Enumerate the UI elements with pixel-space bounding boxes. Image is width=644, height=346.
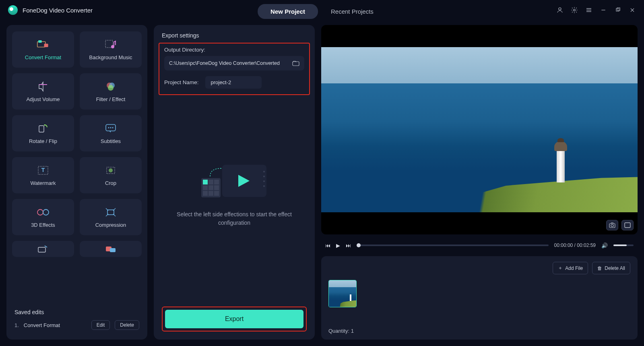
svg-point-53	[611, 224, 613, 227]
snapshot-icon[interactable]	[606, 220, 618, 230]
menu-icon[interactable]	[585, 6, 592, 14]
svg-rect-12	[38, 40, 41, 43]
svg-point-41	[263, 185, 265, 187]
tool-background-music[interactable]: Background Music	[80, 31, 142, 68]
playback-bar: ⏮ ▶ ⏭ 00:00:00 / 00:02:59 🔊	[321, 240, 638, 251]
close-icon[interactable]	[629, 6, 636, 14]
tool-crop[interactable]: Crop	[80, 157, 142, 193]
maximize-icon[interactable]	[614, 6, 621, 14]
svg-text:T: T	[41, 167, 45, 173]
svg-rect-35	[110, 248, 116, 252]
svg-point-0	[559, 8, 561, 10]
add-file-button[interactable]: ＋Add File	[553, 262, 588, 274]
tool-filter-effect[interactable]: Filter / Effect	[80, 73, 142, 110]
prev-icon[interactable]: ⏮	[325, 242, 330, 249]
svg-point-28	[109, 168, 113, 172]
project-name-label: Project Name:	[164, 79, 199, 85]
svg-rect-6	[616, 8, 619, 11]
placeholder-graphic-icon	[198, 159, 270, 203]
account-icon[interactable]	[556, 6, 564, 14]
svg-rect-51	[214, 191, 219, 196]
saved-edit-row: 1. Convert Format Edit Delete	[14, 320, 139, 330]
svg-rect-11	[44, 44, 48, 47]
tab-recent-projects[interactable]: Recent Projects	[318, 4, 386, 19]
svg-rect-50	[208, 191, 213, 196]
output-directory-value: C:\Users\pc\FoneDog Video Converter\Conv…	[169, 60, 280, 66]
tab-new-project[interactable]: New Project	[258, 4, 318, 19]
settings-icon[interactable]	[571, 6, 578, 14]
project-name-input[interactable]	[205, 76, 262, 89]
filter-effect-icon	[104, 81, 117, 92]
minimize-icon[interactable]	[600, 6, 607, 14]
saved-edits-title: Saved edits	[14, 309, 139, 315]
tool-adjust-volume[interactable]: Adjust Volume	[12, 73, 74, 110]
svg-rect-33	[38, 247, 45, 252]
svg-rect-45	[214, 180, 219, 184]
svg-rect-47	[208, 185, 213, 190]
volume-slider[interactable]	[613, 244, 634, 246]
delete-all-button[interactable]: 🗑Delete All	[592, 262, 630, 274]
svg-rect-36	[293, 62, 299, 66]
svg-point-38	[263, 171, 265, 172]
delete-button[interactable]: Delete	[115, 320, 139, 330]
browse-folder-icon[interactable]	[292, 60, 299, 66]
svg-point-1	[574, 9, 576, 11]
background-music-icon	[104, 39, 117, 50]
crop-icon	[104, 165, 117, 176]
plus-icon: ＋	[558, 265, 563, 271]
tool-label: Rotate / Flip	[29, 138, 57, 144]
app-logo-icon	[8, 5, 18, 15]
svg-point-29	[37, 209, 43, 215]
tool-label: Subtitles	[101, 138, 121, 144]
edit-button[interactable]: Edit	[91, 320, 110, 330]
export-button[interactable]: Export	[165, 310, 303, 328]
tool-label: Crop	[105, 180, 116, 186]
volume-icon[interactable]: 🔊	[601, 242, 608, 249]
svg-rect-19	[39, 126, 44, 132]
file-thumbnail[interactable]	[328, 280, 357, 307]
tool-label: Compression	[95, 222, 126, 228]
svg-rect-44	[208, 180, 213, 184]
app-title: FoneDog Video Converter	[23, 7, 93, 14]
extra-icon-1	[37, 243, 50, 255]
svg-point-39	[263, 176, 265, 177]
svg-point-30	[43, 209, 49, 215]
files-panel: ＋Add File 🗑Delete All Quantity: 1	[321, 256, 638, 340]
svg-point-22	[108, 127, 109, 128]
svg-rect-43	[203, 180, 208, 184]
play-icon[interactable]: ▶	[336, 242, 340, 249]
tool-subtitles[interactable]: Subtitles	[80, 115, 142, 151]
output-directory-field[interactable]: C:\Users\pc\FoneDog Video Converter\Conv…	[164, 56, 304, 70]
tool-watermark[interactable]: T Watermark	[12, 157, 74, 193]
preview-frame	[321, 47, 638, 212]
preview-column: ⏮ ▶ ⏭ 00:00:00 / 00:02:59 🔊 ＋Add File 🗑D…	[321, 25, 638, 340]
tool-extra-2[interactable]	[80, 241, 142, 257]
svg-rect-49	[203, 191, 208, 196]
svg-point-18	[108, 85, 114, 91]
output-directory-label: Output Directory:	[164, 47, 304, 53]
tool-label: Background Music	[89, 54, 132, 60]
tool-label: Filter / Effect	[96, 96, 126, 102]
placeholder-text: Select the left side effections to start…	[174, 210, 295, 227]
convert-format-icon	[37, 39, 50, 50]
saved-edit-num: 1.	[14, 322, 19, 328]
fullscreen-icon[interactable]	[621, 220, 634, 230]
svg-rect-54	[625, 223, 630, 228]
video-preview	[321, 25, 638, 234]
quantity-label: Quantity: 1	[328, 328, 630, 334]
svg-rect-46	[203, 185, 208, 190]
compression-icon	[104, 207, 117, 218]
seek-bar[interactable]	[357, 244, 549, 246]
svg-point-24	[112, 127, 114, 128]
svg-rect-32	[107, 210, 114, 215]
tool-extra-1[interactable]	[12, 241, 74, 257]
window-controls	[556, 6, 636, 14]
next-icon[interactable]: ⏭	[346, 242, 351, 249]
tool-label: 3D Effects	[31, 222, 55, 228]
tool-rotate-flip[interactable]: Rotate / Flip	[12, 115, 74, 151]
tool-compression[interactable]: Compression	[80, 199, 142, 235]
file-thumbnails	[328, 280, 630, 325]
tool-convert-format[interactable]: Convert Format	[12, 31, 74, 68]
tool-3d-effects[interactable]: 3D Effects	[12, 199, 74, 235]
extra-icon-2	[104, 243, 117, 255]
